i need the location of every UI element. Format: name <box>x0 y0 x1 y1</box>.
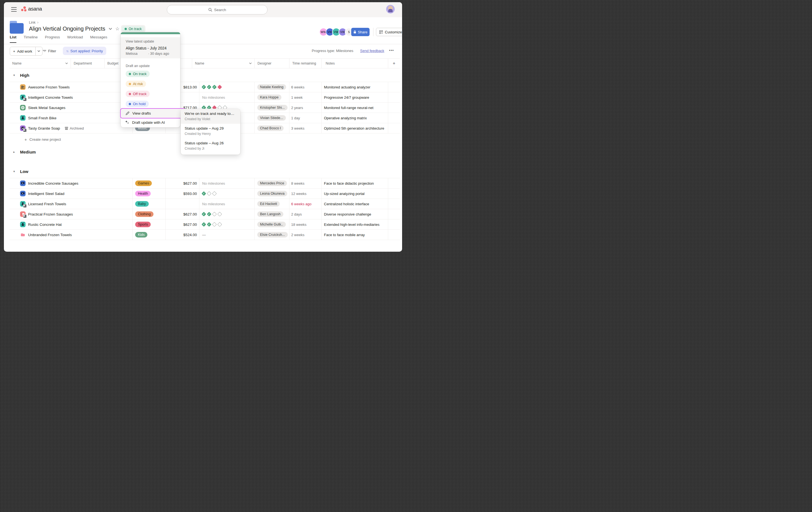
tab-messages[interactable]: Messages <box>90 35 107 44</box>
notes-cell[interactable]: Monitored actuating analyzer <box>321 82 388 92</box>
milestone-done-icon[interactable]: ✓ <box>202 85 206 90</box>
tab-timeline[interactable]: Timeline <box>24 35 38 44</box>
designer-pill[interactable]: Kara Hoppe <box>257 94 282 100</box>
project-name-cell[interactable]: Intelligent Steel Salad <box>9 189 133 199</box>
sort-applied-button[interactable]: ↑↓ Sort applied: Priority <box>63 47 106 55</box>
project-name[interactable]: Small Fresh Bike <box>28 116 56 120</box>
milestone-open-icon[interactable] <box>207 191 212 196</box>
time-remaining-cell[interactable]: 8 weeks <box>289 178 321 188</box>
milestone-done-icon[interactable]: ✓ <box>202 191 206 196</box>
add-work-button[interactable]: +Add work <box>10 47 42 56</box>
milestone-open-icon[interactable] <box>212 222 217 227</box>
project-name-cell[interactable]: Intelligent Concrete Towels <box>9 92 133 102</box>
time-remaining-cell[interactable]: 2 days <box>289 209 321 219</box>
milestones-cell[interactable]: No milestones <box>199 178 255 188</box>
favorite-star-icon[interactable]: ☆ <box>115 26 120 32</box>
department-cell[interactable]: Clothing <box>133 209 166 219</box>
tab-workload[interactable]: Workload <box>67 35 83 44</box>
designer-cell[interactable]: Mercedes Price <box>255 178 289 188</box>
project-name-cell[interactable]: Incredible Concrete Sausages <box>9 178 133 188</box>
department-cell[interactable]: Sports <box>133 220 166 229</box>
department-cell[interactable]: Baby <box>133 199 166 209</box>
asana-logo[interactable]: asana <box>21 6 42 12</box>
user-avatar[interactable] <box>386 5 395 13</box>
project-name[interactable]: Tasty Granite Soap <box>28 126 60 131</box>
project-name-cell[interactable]: Sleek Metal Sausages <box>9 103 133 113</box>
notes-cell[interactable]: Operative analyzing matrix <box>321 113 388 123</box>
milestones-cell[interactable]: No milestones <box>199 92 255 102</box>
milestone-done-icon[interactable]: ✓ <box>207 212 212 217</box>
designer-cell[interactable]: Elsie Cruicksh... <box>255 230 289 240</box>
designer-cell[interactable]: Chad Bosco I <box>255 123 289 133</box>
designer-cell[interactable]: Kara Hoppe <box>255 92 289 102</box>
status-badge[interactable]: On track <box>121 25 145 32</box>
time-remaining-cell[interactable]: 6 weeks ago <box>289 199 321 209</box>
status-option-on-hold[interactable]: On hold <box>126 101 149 107</box>
title-chevron-down-icon[interactable] <box>109 28 112 30</box>
time-remaining-cell[interactable]: 3 weeks <box>289 123 321 133</box>
department-cell[interactable]: Games <box>133 178 166 188</box>
tab-progress[interactable]: Progress <box>45 35 60 44</box>
notes-cell[interactable]: Diverse responsive challenge <box>321 209 388 219</box>
notes-cell[interactable]: Up-sized analyzing portal <box>321 189 388 199</box>
filter-button[interactable]: Filter <box>43 47 56 55</box>
designer-pill[interactable]: Michelle Gutk.. <box>257 222 286 227</box>
tab-list[interactable]: List <box>10 35 17 44</box>
milestone-open-icon[interactable] <box>218 212 222 217</box>
project-name[interactable]: Sleek Metal Sausages <box>28 106 65 110</box>
column-header-designer[interactable]: Designer <box>255 59 289 68</box>
milestones-cell[interactable]: No milestones <box>199 199 255 209</box>
time-remaining-cell[interactable]: 1 week <box>289 92 321 102</box>
project-name-cell[interactable]: Practical Frozen Sausages <box>9 209 133 219</box>
department-cell[interactable]: Kids <box>133 230 166 240</box>
milestones-cell[interactable]: — <box>199 230 255 240</box>
notes-cell[interactable]: Monitored full-range neural-net <box>321 103 388 113</box>
project-name[interactable]: Incredible Concrete Sausages <box>28 181 79 186</box>
milestones-cell[interactable]: ✓✓✓ <box>199 82 255 92</box>
more-options-icon[interactable]: ••• <box>389 48 394 53</box>
milestone-done-icon[interactable]: ✓ <box>207 222 212 227</box>
milestone-done-icon[interactable]: ✓ <box>202 212 206 217</box>
milestone-open-icon[interactable] <box>212 212 217 217</box>
draft-with-ai-item[interactable]: Draft update with AI <box>125 120 165 124</box>
project-name-cell[interactable]: Tasty Granite SoapArchived <box>9 123 133 133</box>
milestones-cell[interactable]: ✓✓ <box>199 209 255 219</box>
milestone-done-icon[interactable]: ✓ <box>202 222 206 227</box>
notes-cell[interactable]: Face to face didactic projection <box>321 178 388 188</box>
budget-cell[interactable]: $627.00 <box>166 220 199 229</box>
status-option-off-track[interactable]: Off track <box>126 91 150 97</box>
project-name-cell[interactable]: Awesome Frozen Towels <box>9 82 133 92</box>
designer-cell[interactable]: Vivian Stiede... <box>255 113 289 123</box>
draft-item[interactable]: Status update – Aug 29Created by Henry <box>181 124 240 139</box>
designer-pill[interactable]: Ed Hackett <box>257 201 280 207</box>
breadcrumb[interactable]: Link› <box>29 20 39 25</box>
department-cell[interactable]: Health <box>133 189 166 199</box>
status-option-on-track[interactable]: On track <box>126 70 150 77</box>
project-name[interactable]: Licensed Fresh Towels <box>28 202 66 206</box>
section-collapse-icon[interactable]: ▾ <box>13 74 17 77</box>
milestones-cell[interactable]: ✓✓ <box>199 220 255 229</box>
time-remaining-cell[interactable]: 18 weeks <box>289 220 321 229</box>
designer-pill[interactable]: Natalie Keeling <box>257 84 286 90</box>
time-remaining-cell[interactable]: 2 weeks <box>289 230 321 240</box>
designer-pill[interactable]: Elsie Cruicksh... <box>257 232 288 237</box>
notes-cell[interactable]: Centralized holistic interface <box>321 199 388 209</box>
notes-cell[interactable]: Optimized 5th generation architecture <box>321 123 388 133</box>
designer-cell[interactable]: Ben Langosh <box>255 209 289 219</box>
project-name[interactable]: Unbranded Frozen Towels <box>28 233 72 237</box>
column-header-name[interactable]: Name <box>9 59 70 68</box>
project-name[interactable]: Practical Frozen Sausages <box>28 212 73 217</box>
budget-cell[interactable]: $593.00 <box>166 189 199 199</box>
time-remaining-cell[interactable]: 12 weeks <box>289 189 321 199</box>
milestone-open-icon[interactable] <box>212 191 217 196</box>
hamburger-menu-icon[interactable] <box>11 7 17 12</box>
designer-pill[interactable]: Mercedes Price <box>257 180 287 186</box>
designer-pill[interactable]: Kristopher Shi... <box>257 105 288 110</box>
notes-cell[interactable]: Progressive 24/7 groupware <box>321 92 388 102</box>
project-name-cell[interactable]: Small Fresh Bike <box>9 113 133 123</box>
designer-pill[interactable]: Leona Okuneva <box>257 191 287 196</box>
add-work-caret[interactable] <box>35 47 42 55</box>
search-input[interactable]: Search <box>167 5 267 15</box>
project-name-cell[interactable]: Rustic Concrete Hat <box>9 220 133 229</box>
milestone-missed-icon[interactable] <box>218 85 222 90</box>
